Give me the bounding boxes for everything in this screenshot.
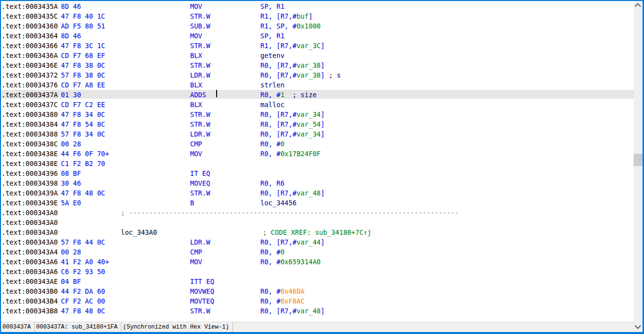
operand-part: R1, [R7,#: [260, 42, 297, 50]
operands: R0, #1 ; size: [260, 90, 317, 100]
operand-part: R0, [R7,#: [260, 111, 297, 118]
operands: R0, [R7,#var_38] ; s: [260, 70, 341, 80]
listing-row[interactable]: .text:000343B4CF F2 AC 00MOVTEQR0, #0xF0…: [1, 296, 634, 306]
address: .text:0003437A: [1, 90, 58, 100]
listing-row[interactable]: .text:0003438E44 F6 0F 70+MOVR0, #0x17B2…: [1, 149, 634, 159]
address: .text:0003437C: [1, 100, 58, 110]
address: .text:00034384: [1, 119, 58, 129]
mnemonic: STR.W: [190, 306, 210, 316]
address: .text:000343B8: [1, 306, 58, 316]
operand-part: R0, #: [260, 140, 280, 148]
address: .text:00034366: [1, 41, 58, 51]
text-caret: [216, 90, 217, 97]
listing-row[interactable]: .text:0003436E47 F8 38 0CSTR.WR0, [R7,#v…: [1, 60, 634, 70]
operand-part: 0x17B24F0F: [280, 150, 321, 158]
opcode-bytes: CD F7 A8 EE: [61, 80, 105, 90]
scroll-up-button[interactable]: [634, 1, 643, 9]
listing-row[interactable]: .text:000343A400 28CMPR0, #0: [1, 247, 634, 257]
listing-row[interactable]: .text:000343A0: [1, 218, 634, 227]
operand-part: var_48: [297, 307, 321, 315]
listing-row[interactable]: .text:000343A057 F8 44 0CLDR.WR0, [R7,#v…: [1, 237, 634, 247]
operand-part: R0, #: [260, 287, 280, 295]
mnemonic: MOV: [190, 1, 202, 11]
opcode-bytes: 00 28: [61, 139, 81, 149]
operands: R0, #0x46DA: [260, 286, 305, 296]
listing-row[interactable]: .text:000343AE04 BFITT EQ: [1, 277, 634, 286]
operand-part: var_38: [297, 71, 321, 79]
location-label: loc_343A0: [121, 227, 157, 237]
xref-comment: ; CODE XREF: sub_34180+7C↑j: [263, 227, 371, 237]
opcode-bytes: CF F2 AC 00: [61, 296, 105, 306]
listing-row[interactable]: .text:0003438EC1 F2 B2 70: [1, 159, 634, 168]
operands: malloc: [260, 100, 284, 110]
listing-row[interactable]: .text:000343A641 F2 A0 40+MOVR0, #0x6593…: [1, 257, 634, 267]
scroll-down-button[interactable]: [634, 323, 643, 331]
operands: R8, [R7,#var_54]: [260, 119, 325, 129]
address: .text:00034380: [1, 110, 58, 119]
mnemonic: B: [190, 198, 194, 208]
address: .text:0003439A: [1, 188, 58, 198]
listing-row[interactable]: .text:0003435C47 F8 40 1CSTR.WR1, [R7,#b…: [1, 11, 634, 21]
listing-row[interactable]: .text:000343A0loc_343A0; CODE XREF: sub_…: [1, 227, 634, 237]
mnemonic: MOVWEQ: [190, 286, 214, 296]
operand-part: 0x46DA: [280, 287, 305, 295]
address: .text:000343B0: [1, 286, 58, 296]
listing-row[interactable]: .text:0003437A01 30ADDSR0, #1 ; size: [1, 90, 634, 100]
address: .text:000343A0: [1, 208, 58, 218]
operand-part: getenv: [260, 52, 284, 59]
opcode-bytes: 47 F8 38 0C: [61, 60, 105, 70]
listing-row[interactable]: .text:0003438447 F8 54 8CSTR.WR8, [R7,#v…: [1, 119, 634, 129]
address: .text:000343B4: [1, 296, 58, 306]
listing-row[interactable]: .text:00034376CD F7 A8 EEBLXstrlen: [1, 80, 634, 90]
operands: R1, SP, #0x1000: [260, 21, 321, 31]
listing-row[interactable]: .text:000343B847 F8 48 0CSTR.WR0, [R7,#v…: [1, 306, 634, 316]
listing-row[interactable]: .text:000343A0; ------------------------…: [1, 208, 634, 218]
listing-row[interactable]: .text:0003436647 F8 3C 1CSTR.WR1, [R7,#v…: [1, 41, 634, 51]
operands: R1, [R7,#buf]: [260, 11, 312, 21]
mnemonic: ITT EQ: [190, 277, 214, 286]
listing-row[interactable]: .text:000343648D 46MOVSP, R1: [1, 31, 634, 41]
listing-row[interactable]: .text:0003438047 F8 34 0CSTR.WR0, [R7,#v…: [1, 110, 634, 119]
listing-row[interactable]: .text:000343B044 F2 DA 60MOVWEQR0, #0x46…: [1, 286, 634, 296]
chevron-up-icon: [635, 3, 641, 9]
listing-row[interactable]: .text:0003438857 F8 34 0CLDR.WR0, [R7,#v…: [1, 129, 634, 139]
mnemonic: STR.W: [190, 41, 210, 51]
listing-row[interactable]: .text:0003439830 46MOVEQR0, R6: [1, 178, 634, 188]
opcode-bytes: 30 46: [61, 178, 81, 188]
address: .text:000343A4: [1, 247, 58, 257]
ida-view-window: .text:0003435A8D 46MOVSP, R1.text:000343…: [0, 0, 644, 334]
operands: SP, R1: [260, 1, 284, 11]
address: .text:00034376: [1, 80, 58, 90]
mnemonic: LDR.W: [190, 237, 210, 247]
listing-row[interactable]: .text:0003439E5A E0Bloc_34456: [1, 198, 634, 208]
operand-part: loc_34456: [260, 199, 297, 207]
address: .text:00034398: [1, 178, 58, 188]
scrollbar-thumb[interactable]: [634, 154, 643, 166]
operands: R0, [R7,#var_48]: [260, 188, 325, 198]
mnemonic: SUB.W: [190, 21, 210, 31]
opcode-bytes: 47 F8 40 1C: [61, 11, 105, 21]
mnemonic: MOVTEQ: [190, 296, 214, 306]
operand-part: R1, SP, #: [260, 22, 297, 30]
listing-row[interactable]: .text:0003437CCD F7 C2 EEBLXmalloc: [1, 100, 634, 110]
operand-part: ]: [321, 120, 325, 128]
opcode-bytes: 47 F8 3C 1C: [61, 41, 105, 51]
listing-row[interactable]: .text:0003437257 F8 38 0CLDR.WR0, [R7,#v…: [1, 70, 634, 80]
opcode-bytes: 00 28: [61, 247, 81, 257]
listing-row[interactable]: .text:0003435A8D 46MOVSP, R1: [1, 1, 634, 11]
operand-part: R0, R6: [260, 179, 284, 187]
divider-comment: ; --------------------------------------…: [121, 208, 458, 218]
operand-part: ]: [321, 71, 325, 79]
listing-row[interactable]: .text:0003439608 BFIT EQ: [1, 168, 634, 178]
disassembly-listing: .text:0003435A8D 46MOVSP, R1.text:000343…: [1, 1, 634, 322]
opcode-bytes: 47 F8 54 8C: [61, 119, 105, 129]
listing-row[interactable]: .text:000343A6C6 F2 93 50: [1, 267, 634, 277]
listing-row[interactable]: .text:0003439A47 F8 48 0CSTR.WR0, [R7,#v…: [1, 188, 634, 198]
operand-part: R0, [R7,#: [260, 189, 297, 197]
listing-row[interactable]: .text:0003438C00 28CMPR0, #0: [1, 139, 634, 149]
listing-row[interactable]: .text:00034360AD F5 80 51SUB.WR1, SP, #0…: [1, 21, 634, 31]
vertical-scrollbar[interactable]: [634, 1, 643, 332]
listing-row[interactable]: .text:0003436ACD F7 68 EFBLXgetenv: [1, 51, 634, 60]
opcode-bytes: 47 F8 34 0C: [61, 110, 105, 119]
operand-part: 0: [280, 248, 284, 256]
